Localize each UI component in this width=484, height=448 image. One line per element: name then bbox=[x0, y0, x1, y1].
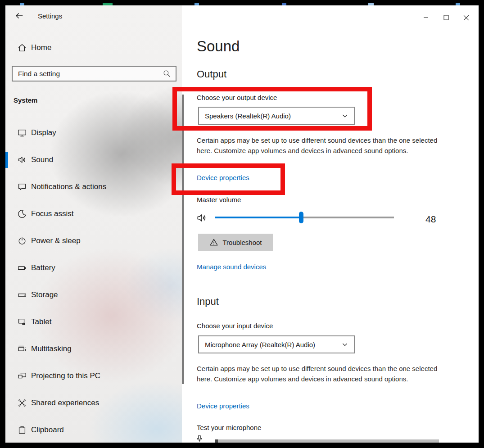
sidebar-section-system: System bbox=[14, 96, 37, 104]
sidebar-item-battery[interactable]: Battery bbox=[5, 259, 182, 277]
volume-slider[interactable] bbox=[215, 217, 394, 218]
storage-icon bbox=[17, 290, 27, 300]
home-label: Home bbox=[31, 43, 51, 52]
sidebar: Settings Home Find a setting System Disp… bbox=[5, 5, 182, 443]
home-icon bbox=[17, 43, 27, 53]
microphone-level-bar bbox=[215, 439, 439, 443]
power-icon bbox=[17, 236, 27, 246]
input-device-dropdown[interactable]: Microphone Array (Realtek(R) Audio) bbox=[198, 335, 355, 353]
settings-window: Settings Home Find a setting System Disp… bbox=[5, 5, 479, 443]
microphone-level-fill bbox=[215, 439, 218, 443]
choose-input-label: Choose your input device bbox=[197, 322, 273, 330]
choose-output-label: Choose your output device bbox=[197, 94, 277, 101]
sidebar-item-notifications-actions[interactable]: Notifications & actions bbox=[5, 178, 182, 196]
input-device-value: Microphone Array (Realtek(R) Audio) bbox=[205, 341, 341, 348]
search-placeholder: Find a setting bbox=[18, 70, 163, 78]
minimize-icon[interactable] bbox=[416, 12, 436, 23]
battery-icon bbox=[17, 263, 27, 273]
input-description: Certain apps may be set up to use differ… bbox=[197, 363, 448, 384]
back-icon[interactable] bbox=[14, 10, 25, 22]
shared-experiences-icon bbox=[17, 398, 27, 408]
search-input[interactable]: Find a setting bbox=[12, 66, 176, 81]
titlebar: Settings bbox=[14, 10, 62, 22]
projecting-icon bbox=[17, 371, 27, 381]
test-microphone-label: Test your microphone bbox=[197, 424, 261, 431]
volume-slider-thumb[interactable] bbox=[299, 212, 303, 223]
app-title: Settings bbox=[38, 12, 62, 20]
clipboard-icon bbox=[17, 425, 27, 435]
sidebar-item-storage[interactable]: Storage bbox=[5, 286, 182, 304]
sidebar-item-tablet[interactable]: Tablet bbox=[5, 313, 182, 331]
close-icon[interactable] bbox=[456, 12, 476, 23]
manage-sound-devices-link[interactable]: Manage sound devices bbox=[197, 263, 266, 271]
chevron-down-icon bbox=[341, 341, 348, 348]
page-title: Sound bbox=[197, 38, 240, 55]
output-device-value: Speakers (Realtek(R) Audio) bbox=[205, 112, 341, 120]
screenshot-frame: Settings Home Find a setting System Disp… bbox=[0, 0, 484, 448]
output-device-properties-link[interactable]: Device properties bbox=[197, 174, 249, 181]
sidebar-item-display[interactable]: Display bbox=[5, 124, 182, 142]
window-controls bbox=[416, 12, 476, 23]
tablet-icon bbox=[17, 317, 27, 327]
search-icon bbox=[163, 69, 171, 78]
sidebar-item-shared-experiences[interactable]: Shared experiences bbox=[5, 394, 182, 412]
main-content: Sound Output Choose your output device S… bbox=[184, 5, 479, 443]
warning-icon bbox=[209, 238, 218, 247]
focus-assist-icon bbox=[17, 209, 27, 219]
volume-slider-fill bbox=[215, 217, 301, 218]
troubleshoot-label: Troubleshoot bbox=[223, 239, 262, 246]
input-device-properties-link[interactable]: Device properties bbox=[197, 402, 249, 410]
sidebar-item-multitasking[interactable]: Multitasking bbox=[5, 340, 182, 358]
output-device-dropdown[interactable]: Speakers (Realtek(R) Audio) bbox=[198, 107, 355, 125]
display-icon bbox=[17, 128, 27, 138]
maximize-icon[interactable] bbox=[436, 12, 456, 23]
chevron-down-icon bbox=[341, 112, 348, 119]
sidebar-item-projecting-to-this-pc[interactable]: Projecting to this PC bbox=[5, 367, 182, 385]
volume-value: 48 bbox=[425, 214, 436, 225]
troubleshoot-button[interactable]: Troubleshoot bbox=[198, 234, 273, 251]
multitasking-icon bbox=[17, 344, 27, 354]
sound-icon bbox=[17, 155, 27, 165]
output-description: Certain apps may be set up to use differ… bbox=[197, 135, 448, 156]
microphone-icon bbox=[195, 434, 204, 443]
input-heading: Input bbox=[197, 296, 219, 308]
sidebar-item-clipboard[interactable]: Clipboard bbox=[5, 421, 182, 439]
speaker-icon[interactable] bbox=[196, 212, 208, 224]
master-volume-label: Master volume bbox=[197, 196, 241, 204]
sidebar-item-focus-assist[interactable]: Focus assist bbox=[5, 205, 182, 223]
sidebar-item-sound[interactable]: Sound bbox=[5, 151, 182, 169]
sidebar-nav: Display Sound Notifications & actions Fo… bbox=[5, 124, 182, 443]
sidebar-item-power-sleep[interactable]: Power & sleep bbox=[5, 232, 182, 250]
notifications-icon bbox=[17, 182, 27, 192]
output-heading: Output bbox=[197, 68, 226, 80]
sidebar-item-home[interactable]: Home bbox=[5, 39, 182, 57]
